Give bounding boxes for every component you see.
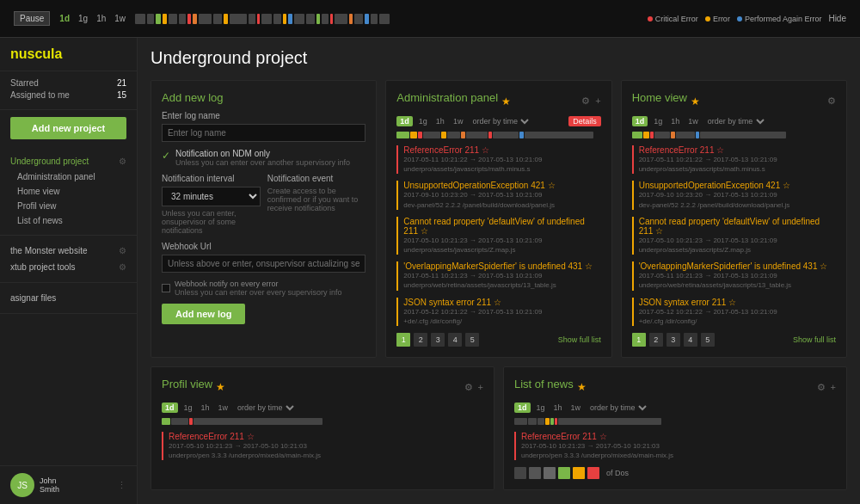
home-page-2[interactable]: 2: [649, 333, 663, 347]
admin-plus-icon[interactable]: +: [595, 95, 600, 107]
news-filter-1w[interactable]: 1w: [568, 403, 584, 413]
admin-page-2[interactable]: 2: [414, 333, 427, 347]
user-name: John Smith: [40, 476, 59, 494]
profil-gear-icon[interactable]: ⚙: [464, 382, 473, 393]
admin-filter-1h[interactable]: 1h: [433, 116, 447, 126]
admin-page-1[interactable]: 1: [396, 333, 410, 347]
news-entry-0-meta: 2017-05-10 10:21:23 → 2017-05-10 10:21:0…: [521, 441, 836, 460]
tl-block: [135, 14, 145, 24]
home-page-1[interactable]: 1: [632, 333, 646, 347]
news-plus-icon[interactable]: +: [831, 382, 836, 393]
add-log-button[interactable]: Add new log: [162, 304, 245, 324]
filter-1g[interactable]: 1g: [76, 13, 90, 24]
monster-label: the Monster website: [10, 246, 88, 255]
admin-order-select[interactable]: order by time: [469, 116, 531, 126]
sidebar-item-xtub[interactable]: xtub project tools ⚙: [0, 259, 137, 275]
home-star-icon[interactable]: ★: [691, 95, 700, 108]
home-page-4[interactable]: 4: [684, 333, 697, 347]
home-active-filter[interactable]: 1d: [632, 116, 648, 126]
admin-entry-4-title: JSON syntax error 211 ☆: [403, 298, 600, 307]
mt-block: [650, 132, 654, 138]
news-filter-1h[interactable]: 1h: [551, 403, 565, 413]
profil-filter-1h[interactable]: 1h: [199, 403, 212, 413]
admin-filter-1w[interactable]: 1w: [451, 116, 466, 126]
webhook-checkbox[interactable]: [162, 284, 170, 292]
news-gear-icon[interactable]: ⚙: [817, 382, 826, 393]
legend-error: Error: [705, 15, 730, 23]
webhook-label: Webhook Url: [162, 242, 366, 251]
starred-label: Starred: [10, 78, 39, 88]
profil-star-icon[interactable]: ★: [216, 381, 225, 393]
home-entry-4-meta: 2017-05-12 10:21:22 → 2017-05-13 10:21:0…: [639, 307, 836, 326]
admin-page-5[interactable]: 5: [465, 333, 479, 347]
home-page-5[interactable]: 5: [701, 333, 715, 347]
admin-card: Administration panel ★ ⚙ + 1d 1g 1h 1w: [385, 80, 611, 358]
admin-entry-1-title: UnsupportedOperationException 421 ☆: [403, 181, 600, 190]
sidebar-item-profil[interactable]: Profil view: [0, 199, 137, 213]
profil-filter-1w[interactable]: 1w: [216, 403, 231, 413]
news-entry-0: ReferenceError 211 ☆ 2017-05-10 10:21:23…: [514, 432, 836, 460]
home-page-3[interactable]: 3: [666, 333, 680, 347]
webhook-input[interactable]: [162, 255, 366, 273]
admin-active-filter[interactable]: 1d: [396, 116, 413, 126]
home-filter-1w[interactable]: 1w: [685, 116, 701, 126]
filter-1w[interactable]: 1w: [112, 13, 128, 24]
news-active-filter[interactable]: 1d: [514, 403, 531, 413]
news-order-select[interactable]: order by time: [587, 403, 649, 413]
admin-pagination: 1 2 3 4 5 Show full list: [396, 333, 600, 347]
admin-show-full[interactable]: Show full list: [558, 335, 601, 344]
home-gear-icon[interactable]: ⚙: [827, 95, 836, 107]
gear-icon[interactable]: ⚙: [119, 157, 126, 166]
home-filter-1h[interactable]: 1h: [668, 116, 682, 126]
profil-order-select[interactable]: order by time: [234, 403, 297, 413]
admin-filter-row: 1d 1g 1h 1w order by time Details: [396, 116, 600, 126]
home-filter-1g[interactable]: 1g: [651, 116, 665, 126]
sidebar-item-admin[interactable]: Administration panel: [0, 169, 137, 184]
profil-filter-1g[interactable]: 1g: [181, 403, 195, 413]
sidebar-item-asignar[interactable]: asignar files: [0, 290, 137, 306]
profil-active-filter[interactable]: 1d: [162, 403, 178, 413]
profil-plus-icon[interactable]: +: [478, 382, 483, 393]
admin-related-badge[interactable]: Details: [568, 116, 601, 126]
user-info: JS John Smith: [10, 473, 59, 497]
admin-gear-icon[interactable]: ⚙: [581, 95, 590, 107]
starred-stat: Starred 21: [10, 78, 126, 88]
filter-1d[interactable]: 1d: [57, 13, 72, 24]
sidebar-item-news[interactable]: List of news: [0, 213, 137, 228]
sidebar-item-home[interactable]: Home view: [0, 184, 137, 199]
xtub-gear-icon[interactable]: ⚙: [119, 262, 126, 272]
home-order-select[interactable]: order by time: [704, 116, 767, 126]
mt-block: [418, 132, 422, 138]
starred-value: 21: [117, 78, 126, 88]
log-name-input[interactable]: [162, 124, 366, 142]
interval-select[interactable]: 32 minutes: [162, 187, 261, 206]
admin-filter-1g[interactable]: 1g: [416, 116, 430, 126]
user-menu-icon[interactable]: ⋮: [117, 480, 126, 491]
add-project-button[interactable]: Add new project: [10, 117, 126, 139]
hide-button[interactable]: Hide: [828, 14, 846, 23]
admin-star-icon[interactable]: ★: [501, 95, 511, 108]
tl-block: [261, 14, 272, 24]
admin-entry-1-meta: 2017-09-10 10:23:20 → 2017-05-13 10:21:0…: [403, 190, 600, 209]
admin-page-4[interactable]: 4: [448, 333, 462, 347]
profil-card-actions: ⚙ +: [464, 382, 483, 393]
tl-block: [273, 14, 281, 24]
mt-block: [676, 132, 695, 138]
news-mini-timeline: [514, 418, 836, 425]
tl-block: [294, 14, 304, 24]
home-show-full[interactable]: Show full list: [793, 335, 836, 344]
external-gear-icon[interactable]: ⚙: [119, 246, 126, 255]
profil-filter-row: 1d 1g 1h 1w order by time: [162, 403, 483, 413]
sidebar-item-underground[interactable]: Underground project ⚙: [0, 153, 137, 169]
assigned-label: Assigned to me: [10, 90, 70, 100]
top-bar: Pause 1d 1g 1h 1w: [0, 0, 860, 38]
home-entry-2: Cannot read property 'defaultView' of un…: [632, 217, 836, 255]
news-filter-1g[interactable]: 1g: [534, 403, 548, 413]
admin-page-3[interactable]: 3: [431, 333, 445, 347]
sidebar-item-monster[interactable]: the Monster website ⚙: [0, 243, 137, 259]
filter-1h[interactable]: 1h: [94, 13, 108, 24]
news-star-icon[interactable]: ★: [577, 381, 587, 393]
pause-button[interactable]: Pause: [14, 11, 50, 26]
news-entry-0-title: ReferenceError 211 ☆: [521, 432, 836, 441]
mt-block: [550, 418, 554, 425]
